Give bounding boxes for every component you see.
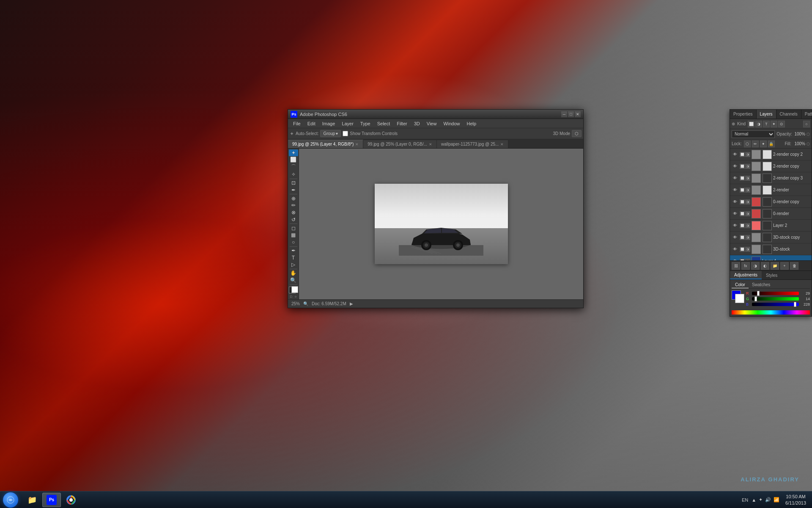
- lock-transparent-btn[interactable]: ⬡: [744, 141, 751, 147]
- layer-eye-9[interactable]: 👁: [732, 258, 738, 261]
- layer-eye-7[interactable]: 👁: [732, 234, 738, 241]
- tool-magic-wand[interactable]: ✧: [289, 171, 298, 178]
- layers-mask-btn[interactable]: ◑: [751, 262, 760, 270]
- tool-clone[interactable]: ⊗: [289, 209, 298, 216]
- tool-crop[interactable]: ⊡: [289, 179, 298, 186]
- channel-r-slider[interactable]: [752, 292, 799, 295]
- layer-eye-5[interactable]: 👁: [732, 210, 738, 217]
- menu-help[interactable]: Help: [464, 120, 480, 127]
- ps-tab-3-close[interactable]: ✕: [500, 142, 504, 146]
- filter-pixel-btn[interactable]: ⬜: [748, 121, 754, 127]
- background-color-swatch[interactable]: [735, 294, 744, 303]
- filter-smart-btn[interactable]: ⊙: [778, 121, 785, 127]
- layer-item-2-render[interactable]: 👁 ⬜ ◑ 2-render: [730, 184, 812, 196]
- menu-edit[interactable]: Edit: [304, 120, 319, 127]
- 3d-options[interactable]: ⬡: [572, 130, 582, 137]
- ps-canvas-area[interactable]: [299, 149, 583, 299]
- tray-bluetooth-icon[interactable]: ✦: [759, 497, 763, 502]
- layers-link-btn[interactable]: ⛓: [732, 262, 740, 270]
- lock-all-btn[interactable]: 🔒: [768, 141, 775, 147]
- filter-toggle-btn[interactable]: ○: [803, 121, 810, 127]
- ps-tab-2[interactable]: 99.jpg @ 25% (Layer 0, RGB/... ✕: [363, 140, 437, 148]
- tool-pen[interactable]: ✒: [289, 247, 298, 254]
- ps-tab-2-close[interactable]: ✕: [429, 142, 432, 146]
- layer-eye-6[interactable]: 👁: [732, 222, 738, 229]
- channel-g-slider[interactable]: [752, 297, 799, 301]
- layer-item-3d-stock-copy[interactable]: 👁 ⬜ ◑ 3D-stock copy: [730, 232, 812, 243]
- layer-item-3d-stock[interactable]: 👁 ⬜ ◑ 3D-stock: [730, 243, 812, 255]
- menu-file[interactable]: File: [290, 120, 304, 127]
- menu-filter[interactable]: Filter: [393, 120, 410, 127]
- tool-move[interactable]: ✦: [289, 149, 298, 156]
- filter-adj-btn[interactable]: ◑: [755, 121, 762, 127]
- filter-shape-btn[interactable]: ✦: [771, 121, 777, 127]
- menu-3d[interactable]: 3D: [411, 120, 423, 127]
- ps-minimize-button[interactable]: ─: [561, 111, 567, 117]
- tool-dodge[interactable]: ○: [289, 239, 298, 246]
- opacity-stepper[interactable]: ⬡: [807, 132, 810, 136]
- lock-image-btn[interactable]: ✏: [752, 141, 759, 147]
- taskbar-start-button[interactable]: [0, 491, 21, 508]
- show-transform-checkbox[interactable]: [343, 131, 348, 136]
- taskbar-item-explorer[interactable]: 📁: [23, 493, 41, 507]
- layer-item-0-render-copy[interactable]: 👁 ⬜ ◑ 0-render copy: [730, 196, 812, 208]
- taskbar-language[interactable]: EN: [742, 497, 748, 502]
- menu-layer[interactable]: Layer: [338, 120, 357, 127]
- adj-tab-adjustments[interactable]: Adjustments: [730, 271, 762, 279]
- layer-eye-4[interactable]: 👁: [732, 199, 738, 205]
- layers-list[interactable]: 👁 ⬜ ◑ 2-render copy 2 👁 ⬜ ◑ 2-render cop…: [730, 149, 812, 260]
- fill-stepper[interactable]: ⬡: [807, 142, 810, 146]
- taskbar-clock[interactable]: 10:50 AM 6/11/2013: [783, 494, 809, 506]
- layer-item-2-render-copy-3[interactable]: 👁 ⬜ ◑ 2-render copy 3: [730, 172, 812, 184]
- menu-select[interactable]: Select: [374, 120, 394, 127]
- menu-window[interactable]: Window: [440, 120, 463, 127]
- lock-position-btn[interactable]: ✦: [760, 141, 767, 147]
- ps-tab-1-close[interactable]: ✕: [355, 142, 359, 146]
- tool-path-select[interactable]: ▷: [289, 261, 298, 268]
- tab-properties[interactable]: Properties: [730, 110, 757, 119]
- layer-item-0-render[interactable]: 👁 ⬜ ◑ 0-render: [730, 208, 812, 220]
- channel-b-slider[interactable]: [752, 303, 799, 306]
- tool-select-rect[interactable]: ⬜: [289, 157, 298, 163]
- quick-mask-btn[interactable]: ○: [294, 294, 298, 298]
- ps-close-button[interactable]: ✕: [575, 111, 581, 117]
- tool-eraser[interactable]: ◻: [289, 225, 298, 232]
- tool-type[interactable]: T: [289, 254, 298, 261]
- background-color[interactable]: [291, 286, 298, 293]
- tray-up-arrow[interactable]: ▲: [752, 497, 756, 502]
- ps-restore-button[interactable]: □: [568, 111, 574, 117]
- menu-view[interactable]: View: [423, 120, 440, 127]
- taskbar-item-chrome[interactable]: [62, 493, 80, 507]
- layer-eye-1[interactable]: 👁: [732, 163, 738, 170]
- blend-mode-select[interactable]: Normal Multiply Screen Overlay: [732, 130, 775, 138]
- tool-eyedropper[interactable]: ✒: [289, 187, 298, 193]
- tool-gradient[interactable]: ▦: [289, 232, 298, 239]
- tool-history[interactable]: ↺: [289, 216, 298, 223]
- layer-eye-8[interactable]: 👁: [732, 246, 738, 253]
- tray-volume-icon[interactable]: 🔊: [765, 497, 771, 502]
- layer-eye-2[interactable]: 👁: [732, 175, 738, 182]
- layers-delete-btn[interactable]: 🗑: [790, 262, 798, 270]
- layer-item-layer-4[interactable]: 👁 ⬜ ◑ Layer 4: [730, 255, 812, 260]
- tab-paths[interactable]: Paths: [801, 110, 812, 119]
- taskbar-item-photoshop[interactable]: Ps: [42, 493, 61, 507]
- layer-item-2-render-copy[interactable]: 👁 ⬜ ◑ 2-render copy: [730, 160, 812, 172]
- layers-fx-btn[interactable]: fx: [741, 262, 750, 270]
- tool-hand[interactable]: ✋: [289, 270, 298, 277]
- tool-lasso[interactable]: ⌒: [289, 163, 298, 171]
- layers-new-btn[interactable]: +: [780, 262, 789, 270]
- screen-mode-btn[interactable]: □: [289, 294, 293, 298]
- ps-tab-1[interactable]: 99.jpg @ 25% (Layer 4, RGB/8*) ✕: [288, 140, 363, 148]
- layers-group-btn[interactable]: 📁: [771, 262, 779, 270]
- ps-tab-3[interactable]: wallpaper-1125773.jpg @ 25... ✕: [437, 140, 508, 148]
- layers-adj-btn[interactable]: ◐: [761, 262, 769, 270]
- tool-spot-heal[interactable]: ⊕: [289, 195, 298, 202]
- tool-brush[interactable]: ✏: [289, 202, 298, 209]
- layer-item-2-render-copy-2[interactable]: 👁 ⬜ ◑ 2-render copy 2: [730, 149, 812, 160]
- layer-item-layer-2[interactable]: 👁 ⬜ ◑ Layer 2: [730, 220, 812, 232]
- tab-channels[interactable]: Channels: [776, 110, 801, 119]
- auto-select-dropdown[interactable]: Group ▾: [320, 130, 341, 137]
- color-spectrum[interactable]: [732, 310, 810, 315]
- menu-type[interactable]: Type: [357, 120, 374, 127]
- color-tab-color[interactable]: Color: [732, 282, 749, 288]
